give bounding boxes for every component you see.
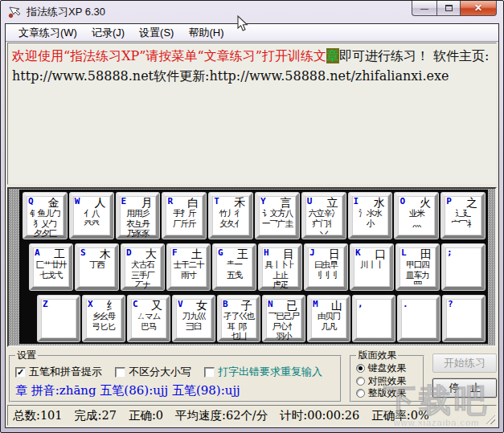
key-S: S木丁西 [76,244,118,290]
current-char: 章 [326,48,339,63]
practice-text-area: 欢迎使用“指法练习XP”请按菜单“文章练习”打开训练文章即可进行练习！ 软件主页… [7,43,497,185]
key-radicals: 丁西 [79,259,115,270]
key-letter: , [358,299,363,309]
keyboard-row: Q金钅鱼儿勹犭乂勹夕夕匚W人亻八癶癶E月用用彡衣彑丹乃豕豕R白手扌斤厂斤斤T禾竹… [19,193,488,239]
checkbox-repeat-on-error[interactable]: 打字出错要求重复输入 [204,365,322,379]
key-U: U立六立辛冫疒门丬丷 [302,193,346,239]
key-R: R白手扌斤厂斤斤 [162,193,206,239]
key-letter: Q [28,196,34,206]
key-radicals: 业米灬 [398,208,435,228]
radio-fullpage-effect[interactable]: 整版效果 [356,387,418,400]
menu-item-records[interactable]: 记录(J) [84,24,132,42]
key-N: N已乛巳己尸尸心忄羽小 [263,296,305,341]
resize-grip-icon[interactable] [485,414,495,424]
typed-text: 欢迎使用“指法练习XP”请按菜单“文章练习”打开训练文 [12,48,326,63]
key-letter: H [264,247,269,258]
key-letter: Z [43,299,48,309]
close-button[interactable]: ✕ [460,1,497,16]
key-letter: I [354,196,359,206]
key-letter: ? [448,299,453,309]
key-radicals: 乡幺母弓匕匕 [86,311,121,331]
key-D: D大犬古石三手厂丆ナ [121,244,164,290]
status-item: 正确:0 [129,408,163,423]
checkbox-icon[interactable] [204,367,215,378]
key-Q: Q金钅鱼儿勹犭乂勹夕夕匚 [23,193,67,239]
key-Z: Z [38,296,80,341]
maximize-button[interactable] [436,1,460,16]
checkbox-icon[interactable]: ✓ [15,367,26,378]
key-letter: E [121,196,127,206]
wubi-pinyin-info: 章 拼音:zhāng 五笔(86):ujj 五笔(98):ujj [15,383,335,398]
radio-contrast-effect[interactable]: 对照效果 [356,375,418,388]
key-letter: Y [260,196,266,206]
key-radicals: 刀九巛彐臼 [176,311,211,331]
key-H: H目具丨卜⺊上止虍疋 [259,244,301,290]
minimize-button[interactable]: — [412,1,436,16]
checkbox-case-insensitive[interactable]: 不区分大小写 [115,365,191,379]
key-J: J日曰虫早刂刂刂 [305,244,347,290]
key-letter: U [307,196,313,206]
key-radicals: 辶廴宀冖礻 [445,208,481,228]
key-radicals: 讠文方八一乛广圭 [259,208,296,228]
key-letter: W [75,196,80,206]
maximize-icon [445,5,453,11]
key-radicals: 钅鱼儿勹犭乂勹夕夕匚 [27,208,64,239]
checkbox-row: ✓五笔和拼音提示不区分大小写打字出错要求重复输入 [15,365,335,379]
key-radicals: 龶一五戋 [216,259,252,280]
key-letter: V [178,299,183,309]
key-letter: O [400,196,405,206]
settings-strip: 设置 ✓五笔和拼音提示不区分大小写打字出错要求重复输入 章 拼音:zhāng 五… [7,349,497,402]
stop-button[interactable]: 停 止 [432,378,497,398]
radio-label: 键盘效果 [367,362,406,375]
key-radicals: 匚艹廿廾七戈弋 [33,259,69,280]
key-radicals: 甲囗四皿车力罒 [400,259,436,290]
title-bar[interactable]: 指法练习XP 6.30 — ✕ [1,1,503,23]
radio-icon[interactable] [356,389,365,398]
status-item: 正确率:0% [371,408,428,423]
menu-item-settings[interactable]: 设置(S) [132,24,181,42]
key-letter: ; [447,247,453,258]
key-letter: K [355,247,361,258]
radio-keyboard-effect[interactable]: 键盘效果 [356,362,418,375]
action-buttons: 开始练习 停 止 [432,349,497,402]
status-item: 平均速度:62个/分 [175,408,268,423]
key-radicals: ㄙマム巴马 [131,311,166,331]
key-radicals: 犬古石三手厂丆ナ [125,259,161,290]
key-Y: Y言讠文方八一乛广圭 [256,193,299,239]
key-B: B子孑了巜也耳卩阝乜凵 [218,296,260,341]
key-letter: M [313,299,318,309]
radio-icon[interactable] [356,364,365,373]
checkbox-icon[interactable] [115,367,125,378]
status-item: 完成:27 [75,408,117,423]
checkbox-wubi-pinyin-hint[interactable]: ✓五笔和拼音提示 [15,365,102,379]
checkbox-label: 五笔和拼音提示 [29,365,102,379]
key-V: V女刀九巛彐臼 [173,296,215,341]
start-practice-button: 开始练习 [432,353,497,373]
layout-effects-legend: 版面效果 [356,349,398,362]
key-radicals: 由贝冂几凡 [311,311,346,331]
key-F: F土士干二十雨寸 [167,244,210,290]
key-letter: S [80,247,86,258]
radio-label: 对照效果 [367,375,406,388]
status-item: 总数:101 [13,408,63,423]
key-letter: C [133,299,138,309]
key-L: L田甲囗四皿车力罒 [396,244,439,290]
menu-item-help[interactable]: 帮助(H) [181,24,231,42]
key-O: O火业米灬 [395,193,438,239]
key-letter: D [126,247,132,258]
key-I: I水氵氺水小 [349,193,392,239]
key-radicals: 士干二十雨寸 [170,259,207,280]
keyboard-row: A工匚艹廿廾七戈弋S木丁西D大犬古石三手厂丆ナF土士干二十雨寸G王龶一五戋H目具… [19,244,488,290]
checkbox-label: 不区分大小写 [129,365,191,379]
virtual-keyboard: Q金钅鱼儿勹犭乂勹夕夕匚W人亻八癶癶E月用用彡衣彑丹乃豕豕R白手扌斤厂斤斤T禾竹… [7,187,497,347]
key-letter: L [401,247,407,258]
key-C: C又ㄙマム巴马 [128,296,170,341]
key-radicals: 川丨丨 [354,259,390,270]
settings-legend: 设置 [15,349,38,362]
key-;: ; [442,244,485,290]
menu-item-article-practice[interactable]: 文章练习(W) [11,24,84,42]
key-P: P之辶廴宀冖礻 [441,193,485,239]
radio-icon[interactable] [356,377,365,386]
key-letter: N [268,299,273,309]
key-radicals: 手扌斤厂斤斤 [166,208,203,228]
